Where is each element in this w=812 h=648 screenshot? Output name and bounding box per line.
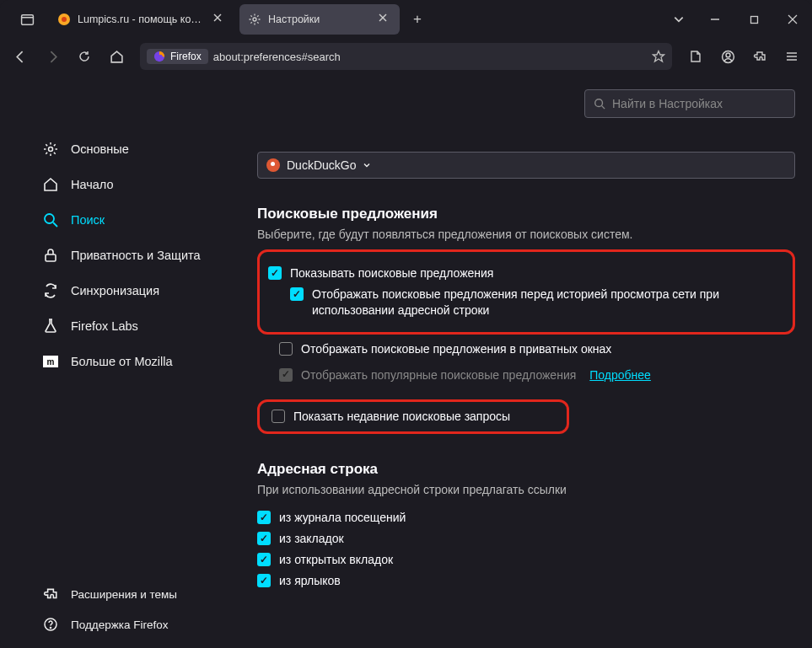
highlight-suggestions: ✓ Показывать поисковые предложения ✓ Ото… — [257, 249, 795, 335]
back-button[interactable] — [7, 43, 34, 70]
home-icon — [42, 176, 59, 193]
address-text: about:preferences#search — [213, 51, 647, 63]
svg-point-6 — [253, 18, 256, 21]
sidebar-item-label: Поиск — [71, 213, 105, 227]
svg-rect-0 — [21, 14, 33, 24]
sidebar-item-label: Основные — [71, 142, 129, 156]
sidebar-item-privacy[interactable]: Приватность и Защита — [40, 239, 223, 271]
checkbox-label: Отображать популярные поисковые предложе… — [301, 367, 576, 383]
checkbox-label: Показывать поисковые предложения — [290, 265, 493, 281]
maximize-button[interactable] — [734, 0, 773, 39]
sidebar-item-extensions[interactable]: Расширения и темы — [40, 581, 184, 608]
svg-point-27 — [50, 627, 51, 628]
minimize-button[interactable] — [696, 0, 734, 39]
checkbox-suggestions-before-history[interactable]: ✓ Отображать поисковые предложения перед… — [290, 287, 782, 319]
app-menu-button[interactable] — [778, 43, 805, 70]
checkbox-suggestions-private[interactable]: Отображать поисковые предложения в прива… — [279, 341, 795, 357]
checkbox-urlbar-opentabs[interactable]: ✓ из открытых вкладок — [257, 552, 795, 568]
sync-icon — [42, 282, 59, 299]
duckduckgo-icon — [266, 158, 280, 172]
tab-settings[interactable]: Настройки — [239, 4, 400, 35]
new-tab-button[interactable]: + — [405, 4, 430, 35]
svg-rect-10 — [750, 16, 757, 23]
tab-label: Lumpics.ru - помощь компь — [78, 13, 206, 25]
section-subtitle: При использовании адресной строки предла… — [257, 483, 795, 496]
svg-point-20 — [49, 147, 53, 152]
reload-button[interactable] — [71, 43, 98, 70]
section-subtitle: Выберите, где будут появляться предложен… — [257, 228, 795, 241]
close-icon[interactable] — [212, 13, 226, 26]
home-button[interactable] — [103, 43, 130, 70]
checkbox-recent-searches[interactable]: Показать недавние поисковые запросы — [272, 409, 555, 425]
checkbox-label: из открытых вкладок — [279, 552, 393, 568]
checkbox-label: из закладок — [279, 531, 344, 547]
checkbox-icon: ✓ — [290, 287, 304, 301]
list-all-tabs-button[interactable] — [662, 13, 696, 25]
checkbox-popular-suggestions: ✓ Отображать популярные поисковые предло… — [279, 367, 795, 383]
default-engine-select[interactable]: DuckDuckGo — [257, 152, 795, 179]
extensions-button[interactable] — [746, 43, 773, 70]
svg-rect-23 — [46, 254, 56, 261]
checkbox-urlbar-bookmarks[interactable]: ✓ из закладок — [257, 531, 795, 547]
account-button[interactable] — [714, 43, 741, 70]
learn-more-link[interactable]: Подробнее — [589, 367, 651, 383]
mozilla-icon: m — [42, 353, 59, 370]
sidebar-item-labs[interactable]: Firefox Labs — [40, 310, 223, 342]
svg-point-3 — [62, 17, 67, 22]
nav-toolbar: Firefox about:preferences#search — [0, 39, 812, 74]
checkbox-icon: ✓ — [257, 532, 271, 545]
sidebar-item-general[interactable]: Основные — [40, 133, 223, 165]
puzzle-icon — [42, 586, 59, 602]
close-icon[interactable] — [378, 13, 391, 26]
sidebar-item-more-mozilla[interactable]: m Больше от Mozilla — [40, 345, 223, 378]
checkbox-show-suggestions[interactable]: ✓ Показывать поисковые предложения — [268, 265, 782, 281]
preferences-page: Основные Начало Поиск Приватность и Защи… — [0, 74, 812, 648]
settings-search-input[interactable]: Найти в Настройках — [584, 89, 795, 118]
sidebar-item-label: Приватность и Защита — [71, 249, 201, 262]
gear-icon — [42, 141, 59, 158]
forward-button[interactable] — [39, 43, 66, 70]
identity-badge[interactable]: Firefox — [147, 49, 208, 64]
checkbox-label: из журнала посещений — [279, 510, 406, 526]
firefox-icon — [153, 51, 165, 62]
checkbox-icon: ✓ — [257, 511, 271, 524]
checkbox-urlbar-shortcuts[interactable]: ✓ из ярлыков — [257, 573, 795, 589]
tab-strip: Lumpics.ru - помощь компь Настройки + — [49, 4, 430, 35]
sidebar-item-support[interactable]: Поддержка Firefox — [40, 611, 184, 638]
bookmark-star-icon[interactable] — [652, 50, 665, 63]
checkbox-label: Показать недавние поисковые запросы — [293, 409, 510, 425]
checkbox-label: Отображать поисковые предложения в прива… — [301, 341, 611, 357]
checkbox-label: из ярлыков — [279, 573, 341, 589]
engine-name: DuckDuckGo — [287, 158, 356, 172]
lock-icon — [42, 247, 59, 264]
checkbox-icon: ✓ — [257, 574, 271, 587]
section-title-urlbar: Адресная строка — [257, 461, 795, 478]
titlebar: Lumpics.ru - помощь компь Настройки + — [0, 0, 812, 39]
svg-line-22 — [53, 222, 57, 227]
checkbox-urlbar-history[interactable]: ✓ из журнала посещений — [257, 510, 795, 526]
svg-point-21 — [45, 214, 54, 223]
url-bar[interactable]: Firefox about:preferences#search — [140, 43, 672, 70]
flask-icon — [42, 318, 59, 335]
close-window-button[interactable] — [773, 0, 812, 39]
favicon-lumpics — [57, 13, 71, 26]
downloads-button[interactable] — [682, 43, 709, 70]
sidebar-item-label: Синхронизация — [71, 284, 159, 297]
sidebar-item-label: Расширения и темы — [71, 588, 177, 601]
spaces-button[interactable] — [12, 4, 42, 35]
placeholder-text: Найти в Настройках — [612, 97, 723, 110]
checkbox-icon — [279, 342, 293, 356]
tab-lumpics[interactable]: Lumpics.ru - помощь компь — [49, 4, 234, 35]
gear-icon — [248, 13, 261, 26]
svg-marker-14 — [653, 51, 664, 62]
main-panel: Найти в Настройках DuckDuckGo Поисковые … — [223, 74, 812, 648]
checkbox-icon: ✓ — [268, 266, 282, 280]
category-sidebar: Основные Начало Поиск Приватность и Защи… — [0, 74, 223, 648]
window-controls — [696, 0, 812, 39]
sidebar-item-search[interactable]: Поиск — [40, 204, 223, 236]
sidebar-item-sync[interactable]: Синхронизация — [40, 275, 223, 307]
search-icon — [42, 212, 59, 228]
sidebar-item-home[interactable]: Начало — [40, 169, 223, 201]
section-title-suggestions: Поисковые предложения — [257, 206, 795, 222]
checkbox-label: Отображать поисковые предложения перед и… — [312, 287, 782, 319]
